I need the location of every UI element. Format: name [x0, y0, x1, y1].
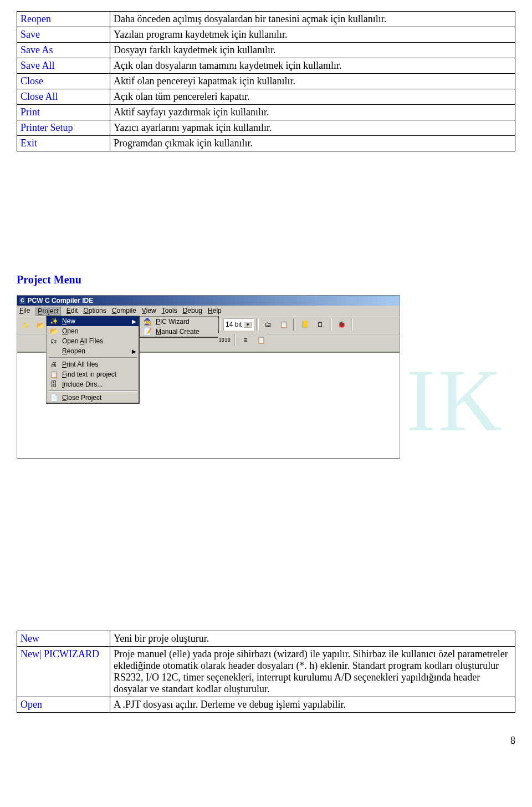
toolbar-icon[interactable]: 1010 [218, 333, 231, 347]
menu-item-close-project[interactable]: 📄 Close Project [47, 393, 139, 403]
menu-item-label: Close Project [62, 394, 136, 402]
cmd-desc: Aktif olan pencereyi kapatmak için kulla… [110, 74, 515, 89]
toolbar-icon[interactable]: 📋 [277, 318, 290, 331]
wizard-icon: 🧙 [142, 318, 152, 326]
menu-item-reopen[interactable]: Reopen ▶ [47, 346, 139, 356]
cmd-key: Print [17, 105, 110, 120]
menu-separator [48, 357, 137, 358]
menu-item-print-all[interactable]: 🖨 Print All files [47, 359, 139, 369]
toolbar2-right-group: 1010 ≡ 📋 [218, 333, 268, 347]
cmd-desc: Dosyayı farklı kaydetmek için kullanılır… [110, 43, 515, 58]
menu-edit[interactable]: Edit [66, 307, 78, 316]
printer-icon: 🖨 [49, 361, 59, 368]
cmd-desc: Yazıcı ayarlarını yapmak için kullanılır… [110, 120, 515, 136]
menubar: File Project Edit Options Compile View T… [17, 306, 400, 317]
cmd-desc: Aktif sayfayı yazdırmak için kullanılır. [110, 105, 515, 120]
menu-item-label: Include Dirs... [62, 380, 136, 388]
menu-item-include-dirs[interactable]: 🗄 Include Dirs... [47, 379, 139, 389]
cmd-key: Reopen [17, 12, 110, 27]
cmd-desc: Daha önceden açılmış dosyalardan bir tan… [110, 12, 515, 27]
toolbar-separator [293, 318, 295, 331]
toolbar-separator [234, 334, 236, 346]
toolbar-separator [218, 318, 221, 331]
project-dropdown: ✨ New ▶ 📂 Open 🗂 Open All Files Reopen ▶… [46, 316, 140, 404]
page-number: 8 [17, 735, 515, 747]
toolbar-icon[interactable]: 📋 [254, 333, 268, 347]
cmd-desc: Proje manuel (elle) yada proje sihirbazı… [110, 647, 515, 697]
submenu-pic-wizard[interactable]: 🧙 PIC Wizard [140, 317, 218, 327]
cmd-desc: Yazılan programı kaydetmek için kullanıl… [110, 27, 515, 43]
toolbar-separator [257, 318, 259, 331]
menu-item-label: Open [62, 327, 136, 335]
cmd-key: New [17, 631, 110, 647]
toolbar-separator [351, 318, 353, 331]
toolbar-separator [330, 318, 332, 331]
toolbar-icon[interactable]: ≡ [239, 333, 252, 347]
menu-debug[interactable]: Debug [183, 307, 202, 316]
menu-item-label: Reopen [62, 347, 124, 355]
toolbar-icon[interactable]: 📒 [298, 318, 311, 331]
sparkle-icon: ✨ [49, 317, 59, 325]
menu-item-label: PIC Wizard [156, 318, 216, 326]
toolbar-right-group: 14 bit ▼ 🗂 📋 📒 🗒 🐞 [218, 318, 354, 331]
chevron-right-icon: ▶ [127, 348, 136, 354]
ide-window: C PCW C Compiler IDE File Project Edit O… [17, 295, 400, 459]
menu-view[interactable]: View [142, 307, 156, 316]
close-project-icon: 📄 [49, 394, 59, 402]
cmd-key: Save [17, 27, 110, 43]
cmd-desc: A .PJT dosyası açılır. Derleme ve debug … [110, 697, 515, 713]
new-file-icon[interactable]: ✨ [18, 319, 32, 332]
submenu-manual-create[interactable]: 📝 Manual Create [140, 327, 218, 337]
cmd-desc: Programdan çıkmak için kullanılır. [110, 136, 515, 151]
cmd-key: New| PICWIZARD [17, 647, 110, 697]
cmd-desc: Açık olan dosyaların tamamını kaydetmek … [110, 58, 515, 74]
menu-project[interactable]: Project [35, 307, 60, 316]
menu-item-new[interactable]: ✨ New ▶ [47, 316, 139, 326]
file-menu-table: ReopenDaha önceden açılmış dosyalardan b… [17, 11, 515, 151]
menu-options[interactable]: Options [83, 307, 106, 316]
files-icon: 🗂 [49, 337, 59, 345]
cmd-key: Save All [17, 58, 110, 74]
tab-stub[interactable]: den [18, 333, 33, 343]
toolbar-icon[interactable]: 🗂 [262, 318, 275, 331]
menu-separator [48, 390, 137, 392]
chevron-down-icon: ▼ [244, 322, 252, 328]
menu-item-label: Open All Files [62, 337, 136, 345]
manual-icon: 📝 [142, 328, 152, 336]
menu-item-open[interactable]: 📂 Open [47, 326, 139, 336]
dirs-icon: 🗄 [49, 380, 59, 388]
window-title: PCW C Compiler IDE [28, 297, 94, 304]
folder-open-icon: 📂 [49, 327, 59, 335]
toolbar-bug-icon[interactable]: 🐞 [335, 318, 348, 331]
menu-compile[interactable]: Compile [112, 307, 136, 316]
menu-item-find-text[interactable]: 📋 Find text in project [47, 369, 139, 379]
menu-item-open-all[interactable]: 🗂 Open All Files [47, 336, 139, 346]
system-icon: C [19, 297, 25, 304]
menu-item-label: Manual Create [156, 328, 216, 336]
cmd-key: Open [17, 697, 110, 713]
cmd-key: Save As [17, 43, 110, 58]
new-submenu: 🧙 PIC Wizard 📝 Manual Create [140, 316, 219, 338]
section-heading: Project Menu [17, 273, 515, 286]
combo-value: 14 bit [226, 321, 242, 328]
cmd-desc: Yeni bir proje oluşturur. [110, 631, 515, 647]
menu-item-label: Print All files [62, 361, 136, 368]
menu-item-label: New [62, 317, 124, 325]
cmd-key: Printer Setup [17, 120, 110, 136]
find-icon: 📋 [49, 370, 59, 378]
bit-select-combo[interactable]: 14 bit ▼ [223, 318, 254, 331]
cmd-key: Close All [17, 89, 110, 105]
project-menu-table: NewYeni bir proje oluşturur. New| PICWIZ… [17, 631, 515, 713]
menu-file[interactable]: File [19, 307, 30, 316]
cmd-desc: Açık olan tüm pencereleri kapatır. [110, 89, 515, 105]
cmd-key: Close [17, 74, 110, 89]
menu-help[interactable]: Help [208, 307, 222, 316]
cmd-key: Exit [17, 136, 110, 151]
menu-tools[interactable]: Tools [162, 307, 177, 316]
open-file-icon[interactable]: 📂 [34, 319, 47, 332]
titlebar: C PCW C Compiler IDE [17, 296, 400, 306]
toolbar-icon[interactable]: 🗒 [314, 318, 327, 331]
chevron-right-icon: ▶ [127, 318, 136, 324]
menu-item-label: Find text in project [62, 370, 136, 378]
